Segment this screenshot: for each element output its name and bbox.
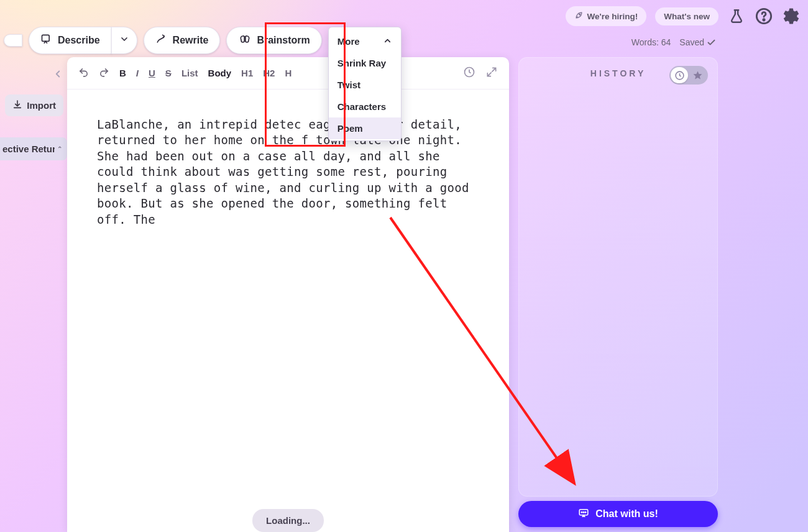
underline-button[interactable]: U (149, 68, 155, 78)
italic-button[interactable]: I (136, 68, 139, 78)
more-item-poem[interactable]: Poem (329, 117, 401, 139)
rocket-icon (574, 11, 584, 22)
loading-indicator: Loading... (252, 509, 324, 532)
chat-label: Chat with us! (595, 508, 658, 520)
describe-button[interactable]: Describe (29, 27, 112, 54)
editor-toolbar: B I U S List Body H1 H2 H (67, 57, 509, 89)
svg-point-2 (763, 19, 764, 21)
download-icon (12, 99, 22, 111)
describe-icon (40, 33, 53, 48)
brainstorm-icon (238, 33, 252, 48)
history-panel: HISTORY (518, 57, 718, 497)
hiring-badge[interactable]: We're hiring! (566, 6, 647, 26)
strikethrough-button[interactable]: S (165, 68, 172, 78)
svg-point-0 (579, 14, 580, 15)
redo-button[interactable] (99, 67, 109, 80)
star-icon (688, 70, 707, 81)
describe-dropdown[interactable] (111, 27, 137, 54)
whats-new-label: What's new (664, 12, 710, 21)
more-item-characters[interactable]: Characters (329, 96, 401, 117)
list-button[interactable]: List (181, 68, 198, 78)
clock-icon (671, 67, 688, 83)
chat-button[interactable]: Chat with us! (518, 501, 718, 527)
file-title: ective Return (2, 144, 55, 154)
whats-new-badge[interactable]: What's new (655, 7, 718, 25)
file-tab[interactable]: ective Return ⌃ (0, 137, 67, 160)
chevron-up-small-icon: ⌃ (57, 145, 62, 152)
gear-icon[interactable] (782, 7, 801, 25)
collapse-sidebar-button[interactable] (52, 68, 63, 82)
expand-icon[interactable] (485, 66, 498, 80)
more-item-shrink-ray[interactable]: Shrink Ray (329, 52, 401, 74)
hiring-label: We're hiring! (587, 12, 638, 21)
body-style-button[interactable]: Body (208, 68, 232, 78)
chat-icon (578, 507, 589, 521)
brainstorm-label: Brainstorm (257, 35, 310, 46)
more-dropdown: More Shrink Ray Twist Characters Poem (328, 27, 402, 141)
svg-point-7 (582, 512, 583, 513)
editor-content[interactable]: LaBlanche, an intrepid detec eagle eye f… (67, 89, 509, 500)
brainstorm-button[interactable]: Brainstorm (226, 27, 321, 54)
h3-button[interactable]: H (285, 68, 292, 78)
more-item-twist[interactable]: Twist (329, 74, 401, 96)
svg-point-8 (584, 512, 585, 513)
chevron-up-icon (383, 36, 392, 47)
svg-rect-3 (42, 35, 50, 41)
history-toggle[interactable] (669, 66, 708, 85)
svg-point-9 (585, 512, 587, 513)
editor-pane: B I U S List Body H1 H2 H LaBlanche, an … (67, 57, 509, 532)
import-button[interactable]: Import (5, 94, 63, 116)
rewrite-label: Rewrite (173, 35, 209, 46)
bold-button[interactable]: B (119, 68, 126, 78)
history-icon[interactable] (463, 66, 475, 80)
h2-button[interactable]: H2 (263, 68, 275, 78)
leading-pill-edge (4, 34, 22, 47)
rewrite-icon (155, 33, 168, 48)
undo-button[interactable] (78, 67, 89, 80)
describe-label: Describe (58, 35, 100, 46)
more-dropdown-header[interactable]: More (329, 31, 401, 52)
rewrite-button[interactable]: Rewrite (144, 27, 221, 54)
help-icon[interactable] (755, 7, 773, 25)
labs-icon[interactable] (727, 7, 746, 25)
chevron-down-icon (119, 34, 129, 47)
import-label: Import (27, 100, 56, 111)
h1-button[interactable]: H1 (241, 68, 253, 78)
